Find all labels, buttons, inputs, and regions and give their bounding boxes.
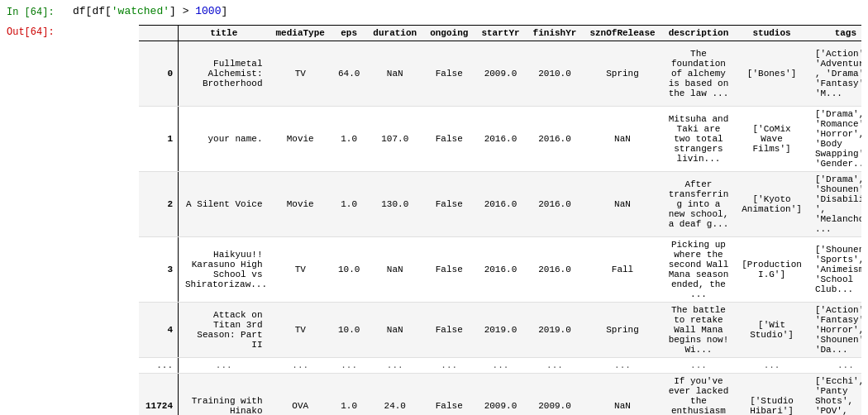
table-cell: 2 (139, 172, 179, 237)
table-cell: Fullmetal Alchemist: Brotherhood (179, 41, 269, 107)
table-cell: 11724 (139, 374, 179, 416)
table-header-row: title mediaType eps duration ongoing sta… (139, 26, 861, 41)
table-cell: TV (269, 303, 331, 358)
table-cell: The foundation of alchemy is based on th… (662, 41, 736, 107)
table-cell: After transferring into a new school, a … (662, 172, 736, 237)
table-cell: 107.0 (366, 107, 423, 172)
table-cell: ['Kyoto Animation'] (735, 172, 808, 237)
table-cell: Spring (583, 41, 661, 107)
table-cell: False (423, 374, 475, 416)
table-cell: NaN (583, 374, 661, 416)
table-cell: 2019.0 (475, 303, 526, 358)
table-cell: False (423, 303, 475, 358)
table-cell: False (423, 237, 475, 303)
table-row: 11724Training with HinakoOVA1.024.0False… (139, 374, 861, 416)
table-cell: 2009.0 (475, 41, 526, 107)
col-header-tags: tags (808, 26, 861, 41)
table-cell: 2019.0 (527, 303, 584, 358)
table-cell: If you've ever lacked the enthusiasm for… (662, 374, 736, 416)
col-header-mediatype: mediaType (269, 26, 331, 41)
table-cell: [Production I.G'] (735, 237, 808, 303)
table-cell: Picking up where the second Wall Mana se… (662, 237, 736, 303)
table-cell: TV (269, 41, 331, 107)
table-cell: 10.0 (331, 303, 366, 358)
code-number: 1000 (195, 5, 221, 17)
dataframe-table: title mediaType eps duration ongoing sta… (139, 25, 861, 415)
table-cell: A Silent Voice (179, 172, 269, 237)
col-header-duration: duration (366, 26, 423, 41)
col-header-studios: studios (735, 26, 808, 41)
table-cell: ['Wit Studio'] (735, 303, 808, 358)
table-cell: ['Drama', 'Shounen', 'Disability', 'Mela… (808, 172, 861, 237)
cell-in-label: In [64]: (7, 5, 73, 18)
table-cell: 130.0 (366, 172, 423, 237)
table-cell: 2016.0 (475, 107, 526, 172)
col-header-startyr: startYr (475, 26, 526, 41)
table-cell: 10.0 (331, 237, 366, 303)
code-string: 'watched' (112, 5, 169, 17)
table-cell: 2009.0 (527, 374, 584, 416)
table-cell: NaN (583, 172, 661, 237)
table-cell: ['Bones'] (735, 41, 808, 107)
table-cell: TV (269, 237, 331, 303)
table-cell: 4 (139, 303, 179, 358)
table-cell: Attack on Titan 3rd Season: Part II (179, 303, 269, 358)
col-header-title: title (179, 26, 269, 41)
table-cell: False (423, 107, 475, 172)
ellipsis-row: ........................................… (139, 358, 861, 374)
table-cell: ['Shounen', 'Sports', 'Animeism', 'Schoo… (808, 237, 861, 303)
table-row: 0Fullmetal Alchemist: BrotherhoodTV64.0N… (139, 41, 861, 107)
table-cell: NaN (366, 41, 423, 107)
table-row: 4Attack on Titan 3rd Season: Part IITV10… (139, 303, 861, 358)
table-cell: 3 (139, 237, 179, 303)
code-suffix: ] (221, 5, 227, 17)
table-cell: 1.0 (331, 172, 366, 237)
table-cell: Training with Hinako (179, 374, 269, 416)
table-cell: ['Drama', 'Romance', 'Horror', 'Body Swa… (808, 107, 861, 172)
table-cell: False (423, 41, 475, 107)
cell-code: df[df['watched'] > 1000] (73, 5, 227, 17)
table-cell: 1.0 (331, 374, 366, 416)
table-cell: Mitsuha and Taki are two total strangers… (662, 107, 736, 172)
table-cell: NaN (366, 237, 423, 303)
col-header-ongoing: ongoing (423, 26, 475, 41)
table-cell: ['Action', 'Adventure', 'Drama', 'Fantas… (808, 41, 861, 107)
table-cell: 2016.0 (527, 237, 584, 303)
table-cell: NaN (366, 303, 423, 358)
table-cell: 24.0 (366, 374, 423, 416)
table-cell: False (423, 172, 475, 237)
table-cell: 1.0 (331, 107, 366, 172)
table-cell: ['Ecchi', 'Panty Shots', 'POV', 'Origina… (808, 374, 861, 416)
table-cell: 2016.0 (475, 237, 526, 303)
table-row: 2A Silent VoiceMovie1.0130.0False2016.02… (139, 172, 861, 237)
table-cell: 2010.0 (527, 41, 584, 107)
table-cell: ['Action', 'Fantasy', 'Horror', 'Shounen… (808, 303, 861, 358)
table-cell: Spring (583, 303, 661, 358)
table-cell: NaN (583, 107, 661, 172)
table-row: 3Haikyuu!! Karasuno High School vs Shira… (139, 237, 861, 303)
table-row: 1your name.Movie1.0107.0False2016.02016.… (139, 107, 861, 172)
table-cell: Fall (583, 237, 661, 303)
table-cell: The battle to retake Wall Mana begins no… (662, 303, 736, 358)
table-cell: your name. (179, 107, 269, 172)
table-cell: 2016.0 (475, 172, 526, 237)
table-cell: 2009.0 (475, 374, 526, 416)
col-header-eps: eps (331, 26, 366, 41)
col-header-sznofrelease: sznOfRelease (583, 26, 661, 41)
col-header-finishyr: finishYr (527, 26, 584, 41)
table-cell: 2016.0 (527, 107, 584, 172)
table-cell: 0 (139, 41, 179, 107)
table-cell: OVA (269, 374, 331, 416)
col-header-index (139, 26, 179, 41)
table-cell: Movie (269, 172, 331, 237)
output-area: title mediaType eps duration ongoing sta… (139, 25, 861, 415)
table-cell: ['Studio Hibari'] (735, 374, 808, 416)
table-cell: ['CoMix Wave Films'] (735, 107, 808, 172)
table-cell: 2016.0 (527, 172, 584, 237)
table-cell: Movie (269, 107, 331, 172)
table-cell: 64.0 (331, 41, 366, 107)
cell-out-label: Out[64]: (7, 25, 73, 38)
table-cell: 1 (139, 107, 179, 172)
code-middle: ] > (169, 5, 195, 17)
col-header-description: description (662, 26, 736, 41)
